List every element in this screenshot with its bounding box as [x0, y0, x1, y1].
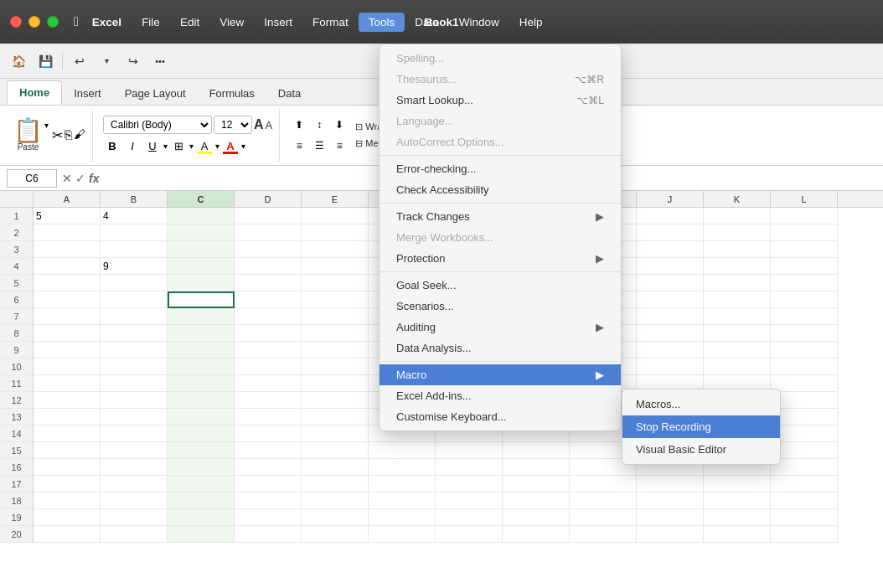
cell-reference-box[interactable]: C6	[7, 169, 57, 188]
cell-L5[interactable]	[771, 275, 838, 291]
cell-A3[interactable]	[34, 241, 101, 258]
menu-item-data-analysis[interactable]: Data Analysis...	[380, 338, 621, 358]
align-right-button[interactable]: ≡	[330, 137, 349, 155]
col-header-K[interactable]: K	[704, 191, 771, 207]
cell-B15[interactable]	[101, 442, 168, 459]
cell-L9[interactable]	[771, 342, 838, 358]
cell-J10[interactable]	[637, 358, 704, 375]
cell-K17[interactable]	[704, 476, 771, 493]
border-button[interactable]: ⊞	[169, 137, 188, 155]
col-header-D[interactable]: D	[235, 191, 302, 207]
cell-L7[interactable]	[771, 308, 838, 325]
submenu-item-stop-recording[interactable]: Stop Recording	[622, 415, 780, 438]
cell-C8[interactable]	[168, 325, 235, 342]
tab-formulas[interactable]: Formulas	[198, 82, 266, 105]
cell-J9[interactable]	[637, 342, 704, 358]
cell-E7[interactable]	[302, 308, 369, 325]
cell-E12[interactable]	[302, 392, 369, 409]
cell-A11[interactable]	[34, 375, 101, 392]
cell-B14[interactable]	[101, 426, 168, 442]
cell-D3[interactable]	[235, 241, 302, 258]
cell-C16[interactable]	[168, 459, 235, 476]
cell-L13[interactable]	[771, 409, 838, 426]
cell-E6[interactable]	[302, 291, 369, 308]
cell-C7[interactable]	[168, 308, 235, 325]
cell-D19[interactable]	[235, 509, 302, 526]
cell-C10[interactable]	[168, 358, 235, 375]
cell-D9[interactable]	[235, 342, 302, 358]
align-left-button[interactable]: ≡	[290, 137, 308, 155]
cell-A4[interactable]	[34, 258, 101, 275]
cell-C3[interactable]	[168, 241, 235, 258]
cell-C1[interactable]	[168, 208, 235, 224]
cell-I19[interactable]	[570, 509, 637, 526]
cell-J3[interactable]	[637, 241, 704, 258]
copy-icon[interactable]: ⎘	[65, 127, 72, 143]
menu-item-smart-lookup[interactable]: Smart Lookup... ⌥⌘L	[380, 90, 621, 111]
cell-B9[interactable]	[101, 342, 168, 358]
cell-J8[interactable]	[637, 325, 704, 342]
paste-dropdown[interactable]: ▾	[44, 121, 49, 130]
cell-L17[interactable]	[771, 476, 838, 493]
cell-A19[interactable]	[34, 509, 101, 526]
tab-insert[interactable]: Insert	[62, 82, 113, 105]
cell-E4[interactable]	[302, 258, 369, 275]
cell-C11[interactable]	[168, 375, 235, 392]
menu-item-macro[interactable]: Macro ▶	[380, 364, 621, 385]
cell-I18[interactable]	[570, 493, 637, 509]
cell-A9[interactable]	[34, 342, 101, 358]
undo-button[interactable]: ↩	[68, 49, 91, 73]
cell-A17[interactable]	[34, 476, 101, 493]
cell-C14[interactable]	[168, 426, 235, 442]
cell-E2[interactable]	[302, 224, 369, 241]
cell-B16[interactable]	[101, 459, 168, 476]
italic-button[interactable]: I	[123, 137, 142, 155]
cell-L1[interactable]	[771, 208, 838, 224]
menu-item-track-changes[interactable]: Track Changes ▶	[380, 206, 621, 227]
cell-B11[interactable]	[101, 375, 168, 392]
close-button[interactable]	[10, 16, 22, 28]
cell-E1[interactable]	[302, 208, 369, 224]
cell-E5[interactable]	[302, 275, 369, 291]
cell-A2[interactable]	[34, 224, 101, 241]
cell-E18[interactable]	[302, 493, 369, 509]
paste-button[interactable]: 📋 Paste	[13, 119, 43, 152]
tools-menu[interactable]: Spelling... Thesaurus... ⌥⌘R Smart Looku…	[379, 44, 622, 431]
save-button[interactable]: 💾	[34, 49, 57, 73]
cell-C12[interactable]	[168, 392, 235, 409]
cell-K18[interactable]	[704, 493, 771, 509]
cell-B1[interactable]: 4	[101, 208, 168, 224]
font-shrink-icon[interactable]: A	[266, 119, 273, 132]
cell-G16[interactable]	[436, 459, 503, 476]
submenu-item-vba-editor[interactable]: Visual Basic Editor	[622, 438, 780, 461]
font-color-dropdown[interactable]: ▾	[241, 142, 245, 151]
cell-K7[interactable]	[704, 308, 771, 325]
cell-J17[interactable]	[637, 476, 704, 493]
cell-K6[interactable]	[704, 291, 771, 308]
cell-F19[interactable]	[369, 509, 436, 526]
cell-H17[interactable]	[503, 476, 570, 493]
cell-D6[interactable]	[235, 291, 302, 308]
cell-L19[interactable]	[771, 509, 838, 526]
cell-E3[interactable]	[302, 241, 369, 258]
cell-L10[interactable]	[771, 358, 838, 375]
cell-F15[interactable]	[369, 442, 436, 459]
font-color-button[interactable]: A	[221, 137, 240, 155]
menu-edit[interactable]: Edit	[170, 13, 209, 32]
cell-A6[interactable]	[34, 291, 101, 308]
col-header-L[interactable]: L	[771, 191, 838, 207]
cell-A12[interactable]	[34, 392, 101, 409]
cell-K5[interactable]	[704, 275, 771, 291]
fullscreen-button[interactable]	[47, 16, 59, 28]
cell-E13[interactable]	[302, 409, 369, 426]
menu-help[interactable]: Help	[509, 13, 553, 32]
tab-page-layout[interactable]: Page Layout	[113, 82, 198, 105]
undo-dropdown[interactable]: ▾	[95, 49, 118, 73]
apple-icon[interactable]: 	[74, 14, 79, 29]
cell-L2[interactable]	[771, 224, 838, 241]
home-button[interactable]: 🏠	[7, 49, 30, 73]
cell-L3[interactable]	[771, 241, 838, 258]
cell-J2[interactable]	[637, 224, 704, 241]
cell-J5[interactable]	[637, 275, 704, 291]
cell-B5[interactable]	[101, 275, 168, 291]
